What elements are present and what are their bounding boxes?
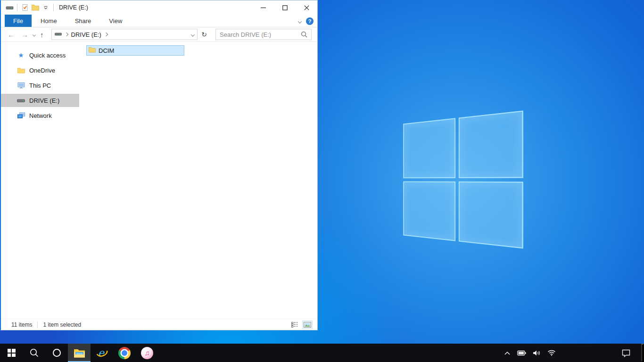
files-area[interactable]: DCIM (79, 42, 317, 319)
recent-locations-icon[interactable] (33, 30, 35, 39)
itunes-icon: ♫ (141, 347, 153, 359)
breadcrumb-drive[interactable]: DRIVE (E:) (71, 31, 101, 38)
sidebar-item-label: Network (29, 112, 52, 119)
up-button[interactable]: ↑ (38, 31, 46, 38)
selection-status: 1 item selected (43, 321, 81, 328)
drive-icon (17, 98, 25, 103)
tab-view[interactable]: View (100, 15, 131, 27)
file-explorer-window: DRIVE (E:) File Home Share View ? (0, 0, 318, 330)
status-bar: 11 items 1 item selected (1, 319, 317, 330)
items-count: 11 items (11, 321, 32, 328)
thumbnails-view-button[interactable] (302, 321, 313, 329)
tray-expand-icon[interactable] (501, 351, 514, 355)
action-center-icon[interactable] (615, 349, 637, 357)
show-desktop-button[interactable] (641, 344, 644, 362)
screen: DRIVE (E:) File Home Share View ? (0, 0, 644, 362)
tab-home[interactable]: Home (32, 15, 66, 27)
taskbar-search-button[interactable] (23, 344, 45, 362)
navigation-bar: ← → ↑ DRIVE (E:) ↻ (1, 27, 317, 42)
ribbon-right-controls: ? (298, 15, 314, 27)
cortana-icon (52, 348, 61, 357)
divider (53, 4, 54, 11)
volume-icon[interactable] (529, 350, 544, 356)
logo-pane (458, 181, 523, 249)
onedrive-icon (17, 67, 25, 74)
sidebar-item-label: Quick access (29, 52, 66, 59)
search-icon[interactable] (300, 31, 311, 38)
divider (37, 321, 38, 328)
start-button[interactable] (0, 344, 23, 362)
expand-ribbon-icon[interactable] (298, 17, 301, 25)
logo-pane (403, 181, 455, 241)
file-explorer-taskbar-button[interactable] (68, 344, 91, 362)
battery-icon[interactable] (514, 350, 529, 356)
divider (17, 4, 17, 11)
search-icon (30, 348, 39, 357)
details-view-button[interactable] (290, 321, 299, 329)
itunes-button[interactable]: ♫ (136, 344, 158, 362)
network-icon (17, 112, 25, 119)
close-button[interactable] (296, 0, 317, 15)
tab-share[interactable]: Share (66, 15, 100, 27)
maximize-button[interactable] (274, 0, 296, 15)
taskbar: e ♫ (0, 344, 644, 362)
sidebar-item-network[interactable]: Network (1, 109, 79, 122)
folder-icon (89, 47, 96, 54)
sidebar-item-quick-access[interactable]: ★ Quick access (1, 49, 79, 62)
title-bar: DRIVE (E:) (1, 0, 317, 15)
file-item-dcim[interactable]: DCIM (86, 45, 184, 56)
sidebar-item-this-pc[interactable]: This PC (1, 79, 79, 92)
tab-file[interactable]: File (5, 15, 32, 27)
refresh-button[interactable]: ↻ (200, 31, 208, 38)
chrome-button[interactable] (113, 344, 136, 362)
svg-text:e: e (98, 347, 105, 359)
logo-pane (403, 118, 455, 178)
cortana-button[interactable] (45, 344, 68, 362)
minimize-button[interactable] (252, 0, 274, 15)
window-controls (252, 0, 317, 15)
forward-button[interactable]: → (19, 31, 30, 38)
navigation-pane: ★ Quick access OneDrive This PC (1, 42, 79, 319)
window-title: DRIVE (E:) (59, 4, 88, 11)
this-pc-icon (17, 82, 25, 89)
wifi-icon[interactable] (544, 350, 559, 356)
address-drive-icon (55, 30, 62, 39)
view-toggles (290, 321, 313, 329)
sidebar-item-label: DRIVE (E:) (29, 97, 59, 104)
system-tray (501, 344, 644, 362)
ribbon-tab-row: File Home Share View ? (1, 15, 317, 27)
breadcrumb-chevron-icon[interactable] (104, 33, 108, 36)
back-button[interactable]: ← (6, 31, 17, 38)
breadcrumb-chevron-icon[interactable] (64, 33, 68, 36)
file-explorer-icon (74, 348, 85, 358)
logo-pane (458, 110, 523, 178)
sidebar-item-label: This PC (29, 82, 51, 89)
file-name: DCIM (99, 47, 114, 54)
help-icon[interactable]: ? (306, 17, 314, 25)
address-bar[interactable]: DRIVE (E:) (51, 29, 198, 40)
sidebar-item-label: OneDrive (29, 67, 55, 74)
chrome-icon (118, 347, 131, 359)
internet-explorer-button[interactable]: e (91, 344, 113, 362)
new-folder-icon[interactable] (30, 2, 41, 13)
quick-access-icon: ★ (17, 52, 25, 58)
windows-logo (403, 110, 523, 248)
customize-quick-access-icon[interactable] (41, 2, 51, 13)
properties-icon[interactable] (20, 2, 30, 13)
window-body: ★ Quick access OneDrive This PC (1, 42, 317, 319)
start-icon (8, 349, 16, 357)
system-menu-drive-icon[interactable] (4, 2, 15, 13)
search-input[interactable] (216, 31, 300, 38)
search-box (215, 29, 312, 40)
sidebar-item-onedrive[interactable]: OneDrive (1, 64, 79, 77)
sidebar-item-drive-e[interactable]: DRIVE (E:) (1, 94, 79, 107)
internet-explorer-icon: e (96, 346, 108, 359)
address-dropdown-icon[interactable] (191, 30, 194, 39)
